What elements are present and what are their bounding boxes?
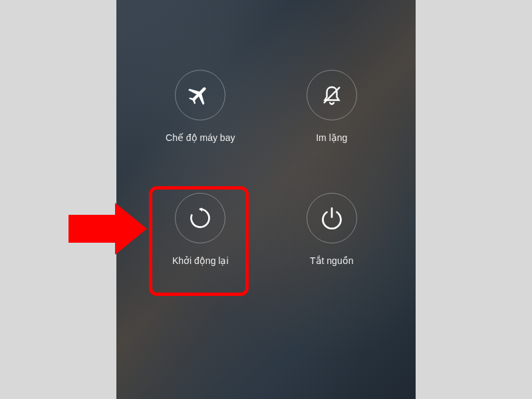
power-icon: [307, 193, 357, 243]
restart-label: Khởi động lại: [172, 255, 229, 266]
bell-slash-icon: [307, 70, 357, 120]
power-off-option[interactable]: Tắt nguồn: [291, 193, 373, 266]
silent-mode-option[interactable]: Im lặng: [291, 70, 373, 143]
airplane-mode-option[interactable]: Chế độ máy bay: [160, 70, 241, 143]
power-menu-screen: Chế độ máy bay Im lặng Khởi động lại: [116, 0, 416, 399]
silent-mode-label: Im lặng: [316, 132, 347, 143]
airplane-icon: [175, 70, 225, 120]
power-off-label: Tắt nguồn: [310, 255, 353, 266]
restart-icon: [175, 193, 225, 243]
options-grid: Chế độ máy bay Im lặng Khởi động lại: [160, 70, 372, 266]
restart-option[interactable]: Khởi động lại: [160, 193, 241, 266]
airplane-mode-label: Chế độ máy bay: [166, 132, 235, 143]
